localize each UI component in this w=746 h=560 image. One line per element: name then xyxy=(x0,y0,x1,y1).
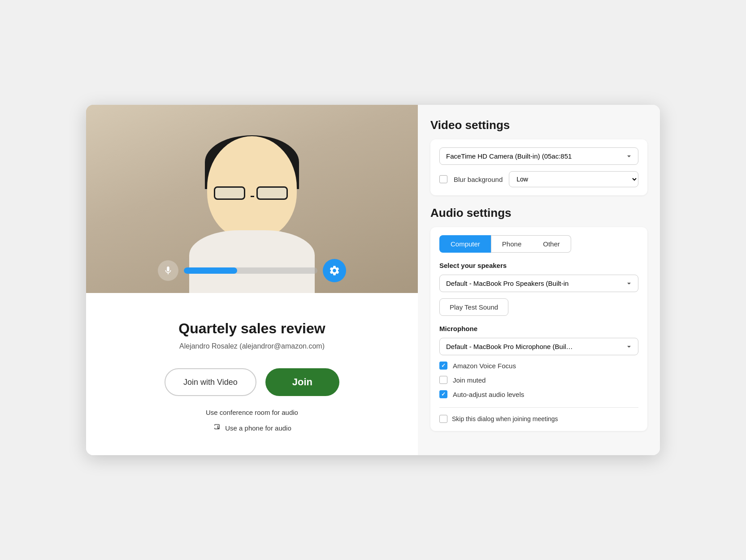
right-panel: Video settings FaceTime HD Camera (Built… xyxy=(418,105,660,455)
camera-select[interactable]: FaceTime HD Camera (Built-in) (05ac:851 xyxy=(439,147,638,165)
blur-level-select[interactable]: Low xyxy=(509,171,638,187)
video-settings-title: Video settings xyxy=(430,118,647,132)
phone-icon xyxy=(213,423,221,432)
join-muted-label: Join muted xyxy=(453,376,486,384)
left-panel: Quartely sales review Alejandro Rosalez … xyxy=(86,105,418,455)
skip-dialog-row: Skip this dialog when joining meetings xyxy=(439,407,638,423)
amazon-voice-focus-row: Amazon Voice Focus xyxy=(439,362,638,370)
audio-settings-title: Audio settings xyxy=(430,206,647,220)
auto-adjust-label: Auto-adjust audio levels xyxy=(453,391,524,398)
meeting-user: Alejandro Rosalez (alejandror@amazon.com… xyxy=(179,342,325,350)
microphone-select[interactable]: Default - MacBook Pro Microphone (Buil… xyxy=(439,338,638,355)
blur-background-checkbox[interactable] xyxy=(439,175,447,183)
blur-background-row: Blur background Low xyxy=(439,171,638,187)
join-with-video-button[interactable]: Join with Video xyxy=(165,368,256,396)
play-test-sound-button[interactable]: Play Test Sound xyxy=(439,298,508,316)
meeting-title: Quartely sales review xyxy=(178,320,325,337)
amazon-voice-focus-label: Amazon Voice Focus xyxy=(453,362,516,370)
auto-adjust-row: Auto-adjust audio levels xyxy=(439,390,638,398)
phone-audio-link[interactable]: Use a phone for audio xyxy=(213,423,291,432)
microphone-icon xyxy=(158,260,178,281)
skip-dialog-checkbox[interactable] xyxy=(439,415,447,423)
join-buttons: Join with Video Join xyxy=(165,368,339,396)
speaker-select[interactable]: Default - MacBook Pro Speakers (Built-in xyxy=(439,275,638,292)
microphone-section: Microphone Default - MacBook Pro Microph… xyxy=(439,325,638,398)
conference-audio-link[interactable]: Use conference room for audio xyxy=(206,409,298,416)
volume-bar-track xyxy=(184,267,317,274)
audio-settings-card: Computer Phone Other Select your speaker… xyxy=(430,227,647,431)
main-container: Quartely sales review Alejandro Rosalez … xyxy=(86,105,660,455)
skip-dialog-label: Skip this dialog when joining meetings xyxy=(452,415,558,422)
join-muted-checkbox[interactable] xyxy=(439,376,447,384)
join-button[interactable]: Join xyxy=(265,368,339,396)
tab-computer[interactable]: Computer xyxy=(439,235,491,253)
meeting-info: Quartely sales review Alejandro Rosalez … xyxy=(86,293,418,455)
gear-button[interactable] xyxy=(323,259,346,282)
volume-bar-fill xyxy=(184,267,237,274)
video-settings-card: FaceTime HD Camera (Built-in) (05ac:851 … xyxy=(430,139,647,195)
phone-audio-label: Use a phone for audio xyxy=(225,424,291,432)
blur-background-label: Blur background xyxy=(454,176,503,183)
amazon-voice-focus-checkbox[interactable] xyxy=(439,362,447,370)
mic-bar-row xyxy=(158,259,346,282)
microphone-label: Microphone xyxy=(439,325,638,332)
speakers-label: Select your speakers xyxy=(439,262,638,269)
video-preview xyxy=(86,105,418,293)
tab-phone[interactable]: Phone xyxy=(491,235,532,253)
glasses-shape xyxy=(214,186,290,202)
audio-tabs: Computer Phone Other xyxy=(439,235,638,253)
tab-other[interactable]: Other xyxy=(532,235,571,253)
join-muted-row: Join muted xyxy=(439,376,638,384)
head-shape xyxy=(207,136,297,239)
auto-adjust-checkbox[interactable] xyxy=(439,390,447,398)
